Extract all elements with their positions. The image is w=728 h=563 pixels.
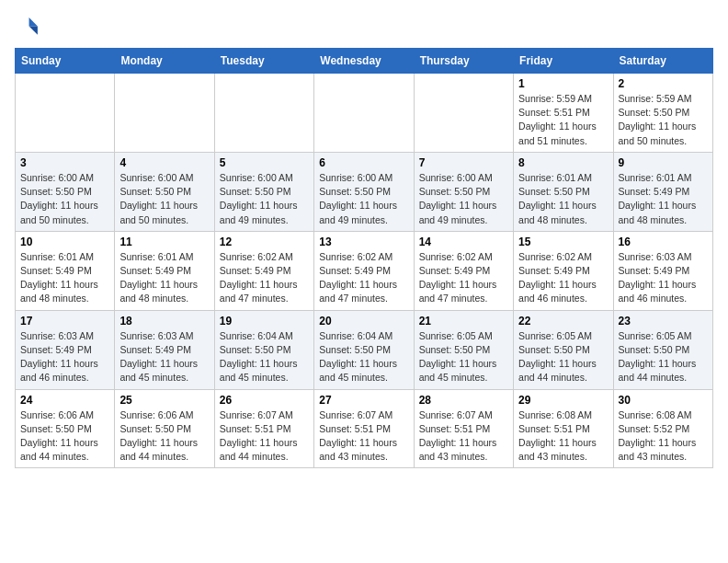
day-number: 14 <box>419 236 508 248</box>
day-number: 12 <box>220 236 309 248</box>
day-info: Sunrise: 6:01 AM Sunset: 5:50 PM Dayligh… <box>518 171 608 227</box>
week-row-4: 17Sunrise: 6:03 AM Sunset: 5:49 PM Dayli… <box>16 310 713 389</box>
day-number: 17 <box>20 315 109 327</box>
calendar-cell: 25Sunrise: 6:06 AM Sunset: 5:50 PM Dayli… <box>115 389 214 468</box>
day-number: 20 <box>319 315 408 327</box>
calendar-cell: 7Sunrise: 6:00 AM Sunset: 5:50 PM Daylig… <box>414 152 513 231</box>
weekday-header-wednesday: Wednesday <box>314 49 414 74</box>
week-row-3: 10Sunrise: 6:01 AM Sunset: 5:49 PM Dayli… <box>16 231 713 310</box>
calendar-cell: 14Sunrise: 6:02 AM Sunset: 5:49 PM Dayli… <box>414 231 513 310</box>
day-number: 25 <box>119 394 209 407</box>
calendar-cell: 18Sunrise: 6:03 AM Sunset: 5:49 PM Dayli… <box>115 310 214 389</box>
calendar-cell: 15Sunrise: 6:02 AM Sunset: 5:49 PM Dayli… <box>514 231 613 310</box>
page-header <box>15 15 713 40</box>
calendar-cell: 16Sunrise: 6:03 AM Sunset: 5:49 PM Dayli… <box>613 231 712 310</box>
weekday-header-thursday: Thursday <box>414 49 513 74</box>
calendar-cell: 12Sunrise: 6:02 AM Sunset: 5:49 PM Dayli… <box>214 231 313 310</box>
day-number: 21 <box>419 315 508 327</box>
day-info: Sunrise: 6:05 AM Sunset: 5:50 PM Dayligh… <box>419 329 508 385</box>
day-info: Sunrise: 6:00 AM Sunset: 5:50 PM Dayligh… <box>220 171 309 227</box>
calendar-cell: 22Sunrise: 6:05 AM Sunset: 5:50 PM Dayli… <box>514 310 613 389</box>
day-number: 30 <box>619 394 708 407</box>
day-info: Sunrise: 6:04 AM Sunset: 5:50 PM Dayligh… <box>220 329 309 385</box>
day-info: Sunrise: 6:06 AM Sunset: 5:50 PM Dayligh… <box>119 408 209 465</box>
day-info: Sunrise: 6:00 AM Sunset: 5:50 PM Dayligh… <box>119 171 209 227</box>
calendar-cell <box>16 74 115 153</box>
day-number: 10 <box>20 236 109 248</box>
weekday-header-row: SundayMondayTuesdayWednesdayThursdayFrid… <box>16 49 713 74</box>
day-info: Sunrise: 6:02 AM Sunset: 5:49 PM Dayligh… <box>220 250 309 306</box>
day-number: 8 <box>518 156 608 169</box>
day-number: 18 <box>119 315 209 327</box>
logo <box>15 15 44 40</box>
day-info: Sunrise: 6:02 AM Sunset: 5:49 PM Dayligh… <box>419 250 508 306</box>
day-info: Sunrise: 6:07 AM Sunset: 5:51 PM Dayligh… <box>319 408 408 465</box>
day-number: 2 <box>619 77 708 90</box>
weekday-header-sunday: Sunday <box>16 49 115 74</box>
day-info: Sunrise: 6:02 AM Sunset: 5:49 PM Dayligh… <box>518 250 608 306</box>
day-info: Sunrise: 6:01 AM Sunset: 5:49 PM Dayligh… <box>119 250 209 306</box>
day-number: 4 <box>119 156 209 169</box>
calendar-cell <box>414 74 513 153</box>
week-row-2: 3Sunrise: 6:00 AM Sunset: 5:50 PM Daylig… <box>16 152 713 231</box>
calendar-cell: 23Sunrise: 6:05 AM Sunset: 5:50 PM Dayli… <box>613 310 712 389</box>
calendar-table: SundayMondayTuesdayWednesdayThursdayFrid… <box>15 48 713 468</box>
logo-icon <box>15 15 40 40</box>
calendar-cell: 9Sunrise: 6:01 AM Sunset: 5:49 PM Daylig… <box>613 152 712 231</box>
day-number: 16 <box>619 236 708 248</box>
calendar-cell <box>314 74 414 153</box>
day-number: 19 <box>220 315 309 327</box>
day-info: Sunrise: 6:08 AM Sunset: 5:51 PM Dayligh… <box>518 408 608 465</box>
day-info: Sunrise: 6:01 AM Sunset: 5:49 PM Dayligh… <box>619 171 708 227</box>
calendar-cell <box>214 74 313 153</box>
calendar-cell: 2Sunrise: 5:59 AM Sunset: 5:50 PM Daylig… <box>613 74 712 153</box>
day-info: Sunrise: 6:07 AM Sunset: 5:51 PM Dayligh… <box>220 408 309 465</box>
day-info: Sunrise: 6:06 AM Sunset: 5:50 PM Dayligh… <box>20 408 109 465</box>
weekday-header-friday: Friday <box>514 49 613 74</box>
day-number: 27 <box>319 394 408 407</box>
day-info: Sunrise: 5:59 AM Sunset: 5:50 PM Dayligh… <box>619 92 708 148</box>
calendar-cell: 30Sunrise: 6:08 AM Sunset: 5:52 PM Dayli… <box>613 389 712 468</box>
day-number: 22 <box>518 315 608 327</box>
calendar-cell <box>115 74 214 153</box>
calendar-cell: 20Sunrise: 6:04 AM Sunset: 5:50 PM Dayli… <box>314 310 414 389</box>
calendar-cell: 21Sunrise: 6:05 AM Sunset: 5:50 PM Dayli… <box>414 310 513 389</box>
day-info: Sunrise: 6:08 AM Sunset: 5:52 PM Dayligh… <box>619 408 708 465</box>
calendar-cell: 26Sunrise: 6:07 AM Sunset: 5:51 PM Dayli… <box>214 389 313 468</box>
day-number: 6 <box>319 156 408 169</box>
calendar-cell: 19Sunrise: 6:04 AM Sunset: 5:50 PM Dayli… <box>214 310 313 389</box>
day-info: Sunrise: 6:00 AM Sunset: 5:50 PM Dayligh… <box>319 171 408 227</box>
day-number: 29 <box>518 394 608 407</box>
calendar-cell: 29Sunrise: 6:08 AM Sunset: 5:51 PM Dayli… <box>514 389 613 468</box>
day-info: Sunrise: 6:00 AM Sunset: 5:50 PM Dayligh… <box>20 171 109 227</box>
week-row-1: 1Sunrise: 5:59 AM Sunset: 5:51 PM Daylig… <box>16 74 713 153</box>
weekday-header-tuesday: Tuesday <box>214 49 313 74</box>
day-number: 1 <box>518 77 608 90</box>
day-info: Sunrise: 6:07 AM Sunset: 5:51 PM Dayligh… <box>419 408 508 465</box>
day-info: Sunrise: 6:01 AM Sunset: 5:49 PM Dayligh… <box>20 250 109 306</box>
calendar-cell: 1Sunrise: 5:59 AM Sunset: 5:51 PM Daylig… <box>514 74 613 153</box>
day-number: 28 <box>419 394 508 407</box>
day-info: Sunrise: 6:03 AM Sunset: 5:49 PM Dayligh… <box>119 329 209 385</box>
calendar-cell: 8Sunrise: 6:01 AM Sunset: 5:50 PM Daylig… <box>514 152 613 231</box>
calendar-cell: 5Sunrise: 6:00 AM Sunset: 5:50 PM Daylig… <box>214 152 313 231</box>
day-number: 7 <box>419 156 508 169</box>
calendar-cell: 6Sunrise: 6:00 AM Sunset: 5:50 PM Daylig… <box>314 152 414 231</box>
day-info: Sunrise: 6:03 AM Sunset: 5:49 PM Dayligh… <box>20 329 109 385</box>
day-info: Sunrise: 6:04 AM Sunset: 5:50 PM Dayligh… <box>319 329 408 385</box>
day-number: 26 <box>220 394 309 407</box>
day-info: Sunrise: 5:59 AM Sunset: 5:51 PM Dayligh… <box>518 92 608 148</box>
day-number: 11 <box>119 236 209 248</box>
weekday-header-saturday: Saturday <box>613 49 712 74</box>
day-number: 15 <box>518 236 608 248</box>
calendar-cell: 24Sunrise: 6:06 AM Sunset: 5:50 PM Dayli… <box>16 389 115 468</box>
day-number: 23 <box>619 315 708 327</box>
calendar-cell: 10Sunrise: 6:01 AM Sunset: 5:49 PM Dayli… <box>16 231 115 310</box>
day-number: 13 <box>319 236 408 248</box>
day-number: 3 <box>20 156 109 169</box>
day-info: Sunrise: 6:05 AM Sunset: 5:50 PM Dayligh… <box>619 329 708 385</box>
calendar-cell: 27Sunrise: 6:07 AM Sunset: 5:51 PM Dayli… <box>314 389 414 468</box>
week-row-5: 24Sunrise: 6:06 AM Sunset: 5:50 PM Dayli… <box>16 389 713 468</box>
day-info: Sunrise: 6:03 AM Sunset: 5:49 PM Dayligh… <box>619 250 708 306</box>
calendar-cell: 28Sunrise: 6:07 AM Sunset: 5:51 PM Dayli… <box>414 389 513 468</box>
